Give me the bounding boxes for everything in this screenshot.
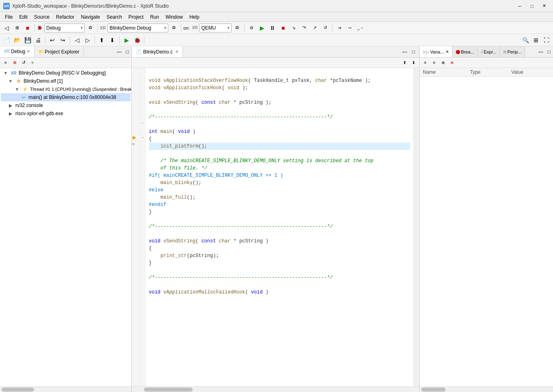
fold-main-start[interactable]: − xyxy=(140,119,145,126)
menu-file[interactable]: File xyxy=(2,12,16,21)
run-to-cursor-btn[interactable]: ⎯→ xyxy=(356,23,365,33)
maximize-editor-btn[interactable]: ⛶ xyxy=(542,35,551,45)
right-hscrollbar[interactable] xyxy=(420,386,553,392)
menu-search[interactable]: Search xyxy=(103,12,125,21)
gutter-cell-8[interactable] xyxy=(132,119,139,126)
menu-project[interactable]: Project xyxy=(125,12,147,21)
fold-8 xyxy=(140,126,145,134)
target-dropdown[interactable]: QEMU ▾ xyxy=(199,24,231,32)
redo-btn[interactable]: ↪ xyxy=(58,35,68,45)
run2-btn[interactable]: ▶ xyxy=(122,35,131,45)
toolbar-back-btn[interactable]: ◁ xyxy=(2,23,11,33)
expand-all-var-btn[interactable]: ≡ xyxy=(430,59,438,67)
tab-expressions[interactable]: J Expr... xyxy=(478,46,500,57)
toolbar-perspective-btn[interactable]: ⊞ xyxy=(12,23,22,33)
tab-peripherals[interactable]: ⊞ Perip... xyxy=(500,46,525,57)
terminate-btn[interactable]: ■ xyxy=(278,23,288,33)
toolbar-stop-btn[interactable]: ■ xyxy=(23,23,32,33)
right-panel-maximize[interactable]: □ xyxy=(545,48,553,56)
target-settings-btn[interactable]: ⚙ xyxy=(232,23,242,33)
launch-config-dropdown[interactable]: BlinkyDemo Debug ▾ xyxy=(107,24,168,32)
editor-maximize-btn[interactable]: □ xyxy=(409,48,418,56)
launch-settings-btn[interactable]: ⚙ xyxy=(169,23,179,33)
gutter-cell-7[interactable] xyxy=(132,112,139,119)
tab-variables[interactable]: (x)= Varia... ✕ xyxy=(420,46,452,57)
left-panel-maximize[interactable]: □ xyxy=(123,48,131,56)
left-panel-minimize[interactable]: — xyxy=(115,48,123,56)
fold-comment-start[interactable]: − xyxy=(140,134,145,141)
hscroll-thumb[interactable] xyxy=(144,388,193,392)
editor-tab-close[interactable]: ✕ xyxy=(175,49,178,54)
right-panel-minimize[interactable]: — xyxy=(537,48,545,56)
gutter-cell-4[interactable] xyxy=(132,90,139,97)
code-content[interactable]: void vApplicationStackOverflowHook( Task… xyxy=(146,68,414,386)
import-btn[interactable]: ⬇ xyxy=(107,35,117,45)
debug-tab-close[interactable]: ✕ xyxy=(27,49,30,54)
suspend-btn[interactable]: ⏸ xyxy=(268,23,277,33)
close-button[interactable]: ✕ xyxy=(538,2,550,11)
variables-tab-close[interactable]: ✕ xyxy=(446,49,449,54)
search-toolbar-btn[interactable]: 🔍 xyxy=(521,35,530,45)
menu-navigate[interactable]: Navigate xyxy=(77,12,103,21)
instruction-step-btn[interactable]: ⇥ xyxy=(334,23,344,33)
tree-item-thread[interactable]: ▼ ⚡ Thread #1 1 (CPU#0 [running]) (Suspe… xyxy=(1,85,131,93)
tree-item-frame[interactable]: ↩ main() at BlinkyDemo.c:100 0x80004e38 xyxy=(1,93,131,101)
undo-btn[interactable]: ↩ xyxy=(47,35,57,45)
tree-item-gdb[interactable]: ▶ riscv-xplor-elf-gdb.exe xyxy=(1,109,131,118)
menu-source[interactable]: Source xyxy=(31,12,53,21)
prev-annotation-btn[interactable]: ⬆ xyxy=(401,59,409,67)
views-btn[interactable]: ⊞ xyxy=(531,35,541,45)
code-area: ▶ − − − xyxy=(132,68,419,386)
editor-tab-blinkydemo[interactable]: 📄 BlinkyDemo.c ✕ xyxy=(132,46,183,57)
gutter-collapse1[interactable]: − xyxy=(132,141,139,148)
select-all-var-btn[interactable]: ⊕ xyxy=(439,59,447,67)
gutter-cell-2[interactable] xyxy=(132,75,139,83)
maximize-button[interactable]: □ xyxy=(526,2,538,11)
print-btn[interactable]: 🖨 xyxy=(33,35,43,45)
menu-edit[interactable]: Edit xyxy=(16,12,31,21)
debug-config-dropdown[interactable]: Debug ▾ xyxy=(44,24,85,32)
step-into-btn[interactable]: ↘ xyxy=(289,23,298,33)
gutter-cell-1[interactable] xyxy=(132,68,139,75)
menu-run[interactable]: Run xyxy=(147,12,162,21)
save-btn[interactable]: 💾 xyxy=(23,35,32,45)
add-debug-btn[interactable]: + xyxy=(28,59,36,67)
editor-minimize-btn[interactable]: — xyxy=(401,48,409,56)
gutter-cell-6[interactable] xyxy=(132,105,139,112)
gutter-cell-3[interactable] xyxy=(132,83,139,90)
debug2-btn[interactable]: 🐞 xyxy=(132,35,142,45)
minimize-button[interactable]: ─ xyxy=(514,2,525,11)
step-over-btn[interactable]: ↷ xyxy=(299,23,309,33)
resume-btn[interactable]: ▶ xyxy=(257,23,267,33)
right-vscrollbar[interactable] xyxy=(414,75,419,172)
tree-item-console[interactable]: ▶ rv32 console xyxy=(1,101,131,109)
tree-item-elf[interactable]: ▼ ⚙ BlinkyDemo.elf [1] xyxy=(1,77,131,85)
disconnect-btn[interactable]: ⊗ xyxy=(11,59,19,67)
restart-btn[interactable]: ↺ xyxy=(320,23,330,33)
collapse-all-btn[interactable]: ≡ xyxy=(2,59,10,67)
menu-refactor[interactable]: Refactor xyxy=(53,12,77,21)
reconnect-btn[interactable]: ↺ xyxy=(19,59,28,67)
tab-debug[interactable]: XR Debug ✕ xyxy=(0,46,34,57)
tab-breakpoints[interactable]: ⬤ Brea... xyxy=(452,46,478,57)
instruction-step-over-btn[interactable]: ⇨ xyxy=(345,23,355,33)
tree-item-root[interactable]: ▼ XR BlinkyDemo Debug [RISC-V Debugging] xyxy=(1,69,131,77)
prev-edit-btn[interactable]: ◁ xyxy=(72,35,82,45)
left-panel-hscrollbar[interactable] xyxy=(0,386,131,392)
remove-var-btn[interactable]: ✕ xyxy=(448,59,456,67)
toolbar-settings-btn[interactable]: ⚙ xyxy=(86,23,95,33)
next-annotation-btn[interactable]: ⬇ xyxy=(409,59,418,67)
tab-project-explorer[interactable]: 📁 Project Explorer xyxy=(34,46,84,57)
menu-window[interactable]: Window xyxy=(162,12,186,21)
new-btn[interactable]: 📄 xyxy=(2,35,11,45)
open-btn[interactable]: 📂 xyxy=(12,35,22,45)
menu-help[interactable]: Help xyxy=(186,12,203,21)
collapse-all-var-btn[interactable]: ≡ xyxy=(421,59,429,67)
gutter-cell-5[interactable] xyxy=(132,97,139,105)
skip-breakpoints-btn[interactable]: ⊘ xyxy=(246,23,256,33)
step-return-btn[interactable]: ↗ xyxy=(310,23,319,33)
next-edit-btn[interactable]: ▷ xyxy=(83,35,92,45)
export-btn[interactable]: ⬆ xyxy=(97,35,107,45)
gutter-cell-9[interactable] xyxy=(132,126,139,134)
code-hscrollbar[interactable] xyxy=(132,386,419,392)
